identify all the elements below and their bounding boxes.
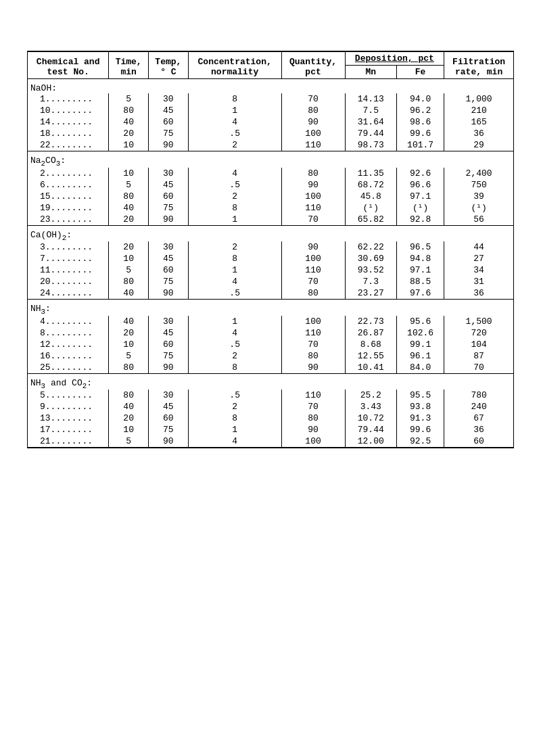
table-cell: 20........ xyxy=(28,276,109,287)
table-cell: 1,500 xyxy=(444,316,514,327)
table-cell: 31 xyxy=(444,276,514,287)
table-row: 12........1060.5708.6899.1104 xyxy=(28,339,514,350)
table-cell: 92.6 xyxy=(397,168,444,179)
table-cell: 165 xyxy=(444,116,514,128)
table-cell: 30 xyxy=(149,241,189,253)
table-row: 22........1090211098.73101.729 xyxy=(28,139,514,151)
table-cell: 6......... xyxy=(28,179,109,191)
table-cell: 70 xyxy=(281,93,345,105)
table-cell: .5 xyxy=(188,287,281,300)
table-cell: 80 xyxy=(281,350,345,362)
table-cell: 17........ xyxy=(28,424,109,435)
table-cell: 100 xyxy=(281,316,345,327)
table-cell: 100 xyxy=(281,253,345,264)
table-cell: 25........ xyxy=(28,362,109,374)
table-cell: 94.0 xyxy=(397,93,444,105)
table-cell: 90 xyxy=(281,116,345,128)
table-cell: 23........ xyxy=(28,214,109,226)
table-row: 25........809089010.4184.070 xyxy=(28,362,514,374)
table-cell: 45 xyxy=(149,179,189,191)
table-cell: 8 xyxy=(188,412,281,424)
table-cell: 2 xyxy=(188,139,281,151)
table-cell: 45 xyxy=(149,327,189,339)
table-cell: 96.6 xyxy=(397,179,444,191)
table-cell: 5 xyxy=(109,93,149,105)
section-header: NH3 and CO2: xyxy=(28,373,514,389)
table-cell: 7.5 xyxy=(345,105,397,116)
table-cell: 14........ xyxy=(28,116,109,128)
table-cell: 101.7 xyxy=(397,139,444,151)
table-cell: 10.41 xyxy=(345,362,397,374)
table-cell: 20 xyxy=(109,128,149,139)
table-cell: 13........ xyxy=(28,412,109,424)
table-cell: 14.13 xyxy=(345,93,397,105)
table-cell: 96.1 xyxy=(397,350,444,362)
table-cell: 97.1 xyxy=(397,191,444,202)
table-title xyxy=(27,14,514,40)
table-row: 17........107519079.4499.636 xyxy=(28,424,514,435)
table-row: 9.........40452703.4393.8240 xyxy=(28,401,514,412)
table-cell: 11........ xyxy=(28,264,109,276)
table-cell: 21........ xyxy=(28,435,109,448)
table-cell: 60 xyxy=(149,264,189,276)
table-cell: 70 xyxy=(281,401,345,412)
table-cell: 70 xyxy=(444,362,514,374)
table-cell: 720 xyxy=(444,327,514,339)
table-cell: 110 xyxy=(281,389,345,401)
table-cell: 110 xyxy=(281,202,345,214)
table-cell: 92.8 xyxy=(397,214,444,226)
table-cell: 5 xyxy=(109,435,149,448)
table-cell: 9......... xyxy=(28,401,109,412)
table-cell: 99.1 xyxy=(397,339,444,350)
table-cell: 780 xyxy=(444,389,514,401)
table-cell: 98.73 xyxy=(345,139,397,151)
table-cell: 10.72 xyxy=(345,412,397,424)
table-cell: 99.6 xyxy=(397,128,444,139)
table-cell: 96.5 xyxy=(397,241,444,253)
table-cell: 10 xyxy=(109,253,149,264)
section-label: NH3 and CO2: xyxy=(28,373,514,389)
table-cell: 8.68 xyxy=(345,339,397,350)
table-cell: 56 xyxy=(444,214,514,226)
table-cell: 12........ xyxy=(28,339,109,350)
table-cell: 10 xyxy=(109,424,149,435)
table-cell: 67 xyxy=(444,412,514,424)
table-row: 10........80451807.596.2210 xyxy=(28,105,514,116)
table-cell: 70 xyxy=(281,339,345,350)
table-row: 3.........203029062.2296.544 xyxy=(28,241,514,253)
table-cell: 79.44 xyxy=(345,424,397,435)
table-row: 4.........4030110022.7395.61,500 xyxy=(28,316,514,327)
table-cell: 91.3 xyxy=(397,412,444,424)
table-cell: 90 xyxy=(149,139,189,151)
table-cell: 75 xyxy=(149,202,189,214)
table-cell: 3.43 xyxy=(345,401,397,412)
table-cell: 90 xyxy=(149,214,189,226)
table-cell: 36 xyxy=(444,128,514,139)
th-dep-fe: Fe xyxy=(397,66,444,79)
table-cell: 110 xyxy=(281,139,345,151)
table-cell: 1......... xyxy=(28,93,109,105)
table-cell: 4 xyxy=(188,327,281,339)
table-cell: 19........ xyxy=(28,202,109,214)
table-cell: 45.8 xyxy=(345,191,397,202)
table-cell: 2,400 xyxy=(444,168,514,179)
table-cell: 84.0 xyxy=(397,362,444,374)
section-label: NaOH: xyxy=(28,79,514,94)
table-cell: 7.3 xyxy=(345,276,397,287)
table-cell: .5 xyxy=(188,128,281,139)
table-row: 1.........53087014.1394.01,000 xyxy=(28,93,514,105)
th-filtration: Filtrationrate, min xyxy=(444,51,514,79)
table-cell: (¹) xyxy=(397,202,444,214)
table-row: 8.........2045411026.87102.6720 xyxy=(28,327,514,339)
table-cell: .5 xyxy=(188,339,281,350)
table-cell: 5 xyxy=(109,350,149,362)
table-cell: 60 xyxy=(149,412,189,424)
table-cell: 2 xyxy=(188,191,281,202)
table-cell: 100 xyxy=(281,191,345,202)
table-cell: 1 xyxy=(188,316,281,327)
section-label: Na2CO3: xyxy=(28,151,514,168)
table-cell: 75 xyxy=(149,276,189,287)
table-cell: 12.00 xyxy=(345,435,397,448)
table-cell: 12.55 xyxy=(345,350,397,362)
table-cell: 22........ xyxy=(28,139,109,151)
